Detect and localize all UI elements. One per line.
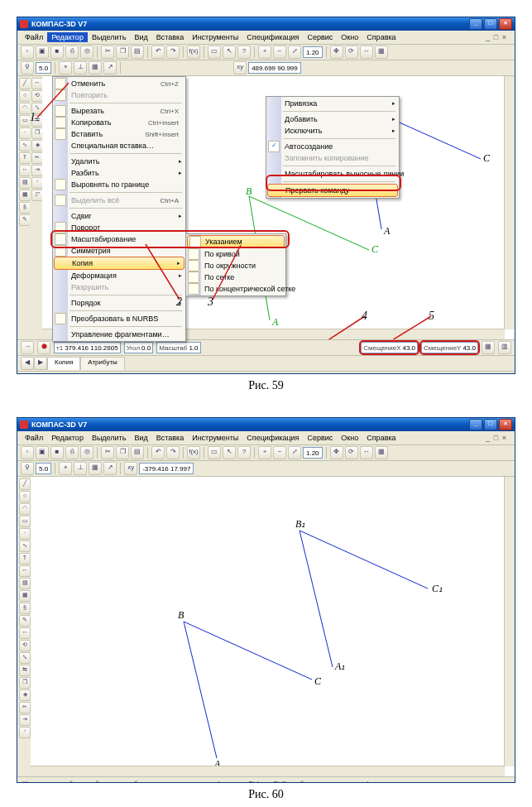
create-btn[interactable]: →	[21, 341, 34, 354]
mi-nurbs[interactable]: Преобразовать в NURBS	[53, 313, 185, 324]
menu-window[interactable]: Окно	[337, 433, 362, 443]
menu-file[interactable]: Файл	[21, 433, 47, 443]
drawing-canvas-60[interactable]: B C A B₁ C₁ A₁	[31, 477, 515, 776]
coords-field[interactable]: 489.699 90.999	[248, 62, 301, 74]
mi-align[interactable]: Выровнять по границе	[53, 179, 185, 190]
angle-field[interactable]: Угол0.0	[124, 342, 154, 353]
undo-icon[interactable]: ↶	[151, 446, 165, 459]
tab-attrs[interactable]: Атрибуты	[80, 357, 125, 370]
grid2-icon[interactable]: ▦	[89, 61, 102, 74]
mirror-tool-icon[interactable]: ⇋	[19, 665, 31, 676]
mi-scale[interactable]: Масштабирование	[53, 233, 185, 245]
menu-select[interactable]: Выделить	[88, 433, 131, 443]
mi-order[interactable]: Порядок▸	[53, 297, 185, 309]
mi-by-concentric[interactable]: По концентрической сетке	[186, 283, 285, 295]
cm-interrupt[interactable]: Прервать команду	[267, 184, 398, 197]
new-icon[interactable]: ▫	[21, 446, 34, 459]
save-icon[interactable]: ■	[50, 46, 64, 59]
copy-tool-icon[interactable]: ❐	[19, 677, 31, 689]
maximize-button[interactable]: □	[484, 419, 497, 430]
menu-service[interactable]: Сервис	[304, 433, 338, 443]
menu-view[interactable]: Вид	[130, 32, 151, 42]
symbol-tool-icon[interactable]: §	[19, 202, 31, 214]
point-tool-icon[interactable]: ·	[19, 528, 31, 540]
mi-redo[interactable]: Повторить	[53, 89, 185, 101]
redo-icon[interactable]: ↷	[166, 46, 180, 59]
xy-icon[interactable]: xy	[124, 462, 137, 475]
preview-icon[interactable]: ◎	[80, 46, 93, 59]
menu-tools[interactable]: Инструменты	[188, 433, 242, 443]
mi-by-point[interactable]: Указанием	[187, 235, 285, 248]
menu-editor[interactable]: Редактор	[47, 433, 88, 443]
vscrollbar[interactable]	[504, 76, 515, 329]
line-tool-icon[interactable]: ╱	[19, 478, 31, 490]
xy-icon[interactable]: xy	[233, 61, 247, 74]
table-tool-icon[interactable]: ▦	[19, 590, 31, 602]
mi-fragments[interactable]: Управление фрагментами…	[53, 329, 185, 340]
help-icon[interactable]: ?	[237, 46, 251, 59]
cm-remembercopy[interactable]: Запомнить копирование	[266, 152, 399, 164]
menu-tools[interactable]: Инструменты	[188, 32, 242, 42]
fx-icon[interactable]: f(x)	[187, 46, 200, 59]
paste-icon[interactable]: ▤	[131, 46, 144, 59]
scale-field[interactable]: Масштаб1.0	[156, 342, 200, 353]
select-icon[interactable]: ▭	[208, 46, 221, 59]
snap-icon[interactable]: ⌖	[59, 61, 72, 74]
tab-prev[interactable]: ◀	[21, 357, 34, 370]
menu-help[interactable]: Справка	[362, 433, 400, 443]
move-tool-icon[interactable]: ↔	[19, 627, 31, 639]
symbol-tool-icon[interactable]: §	[19, 603, 31, 614]
vscrollbar-60[interactable]	[504, 477, 515, 766]
arc-tool-icon[interactable]: ◠	[19, 103, 31, 114]
paste-icon[interactable]: ▤	[131, 446, 144, 459]
deform-tool-icon[interactable]: ◈	[31, 140, 43, 151]
hatch-tool-icon[interactable]: ▨	[19, 578, 31, 589]
copy-icon[interactable]: ❐	[116, 446, 129, 459]
undo-icon[interactable]: ↶	[151, 46, 165, 59]
circle-tool-icon[interactable]: ○	[19, 491, 31, 502]
open-icon[interactable]: ▣	[36, 446, 49, 459]
minimize-button[interactable]: _	[469, 18, 482, 30]
step-field[interactable]: 5.0	[36, 463, 51, 474]
t1-field[interactable]: т1379.416 110.2805	[54, 342, 121, 353]
measure-icon[interactable]: ↔	[360, 446, 373, 459]
mi-by-grid[interactable]: По сетке	[186, 271, 285, 283]
menu-insert[interactable]: Вставка	[152, 32, 188, 42]
redo-icon[interactable]: ↷	[166, 446, 180, 459]
cut-icon[interactable]: ✂	[101, 446, 114, 459]
spline-tool-icon[interactable]: ∿	[19, 540, 31, 552]
doc-window-controls[interactable]: _ □ ×	[482, 433, 511, 443]
coords-field[interactable]: -379.416 17.997	[139, 463, 194, 474]
zoom-field[interactable]: 1.20	[303, 447, 323, 459]
grid-icon[interactable]: ▦	[375, 46, 388, 59]
menu-spec[interactable]: Спецификация	[242, 433, 303, 443]
cm-scale-ext[interactable]: Масштабировать выносные линии	[266, 168, 399, 180]
circle-tool-icon[interactable]: ○	[19, 90, 31, 102]
edit-tool-icon[interactable]: ✎	[19, 214, 31, 226]
cm-snap[interactable]: Привязка▸	[266, 98, 399, 109]
mi-rotate[interactable]: Поворот	[53, 222, 185, 233]
grid-icon[interactable]: ▦	[375, 446, 388, 459]
select-icon[interactable]: ▭	[208, 446, 221, 459]
mi-destroy[interactable]: Разрушить	[53, 281, 185, 293]
trim-tool-icon[interactable]: ✂	[19, 702, 31, 713]
menu-help[interactable]: Справка	[362, 32, 400, 42]
menu-service[interactable]: Сервис	[304, 32, 338, 42]
hatch-tool-icon[interactable]: ▨	[19, 177, 31, 189]
arc-tool-icon[interactable]: ◠	[19, 503, 31, 515]
menu-insert[interactable]: Вставка	[152, 433, 188, 443]
pan-icon[interactable]: ✥	[330, 46, 343, 59]
point-tool-icon[interactable]: ·	[19, 127, 31, 139]
fillet-tool-icon[interactable]: ◜	[31, 177, 43, 189]
zoomin-icon[interactable]: +	[258, 446, 271, 459]
move-tool-icon[interactable]: ↔	[31, 78, 43, 89]
cm-add[interactable]: Добавить▸	[266, 113, 399, 125]
dim-tool-icon[interactable]: ↔	[19, 165, 31, 176]
minimize-button[interactable]: _	[469, 419, 482, 430]
help-icon[interactable]: ?	[237, 446, 251, 459]
grid2-icon[interactable]: ▦	[89, 462, 102, 475]
mi-paste-special[interactable]: Специальная вставка…	[53, 140, 185, 151]
rot-tool-icon[interactable]: ⟲	[31, 90, 43, 102]
print-icon[interactable]: ⎙	[65, 46, 79, 59]
cursor-icon[interactable]: ↖	[223, 46, 236, 59]
